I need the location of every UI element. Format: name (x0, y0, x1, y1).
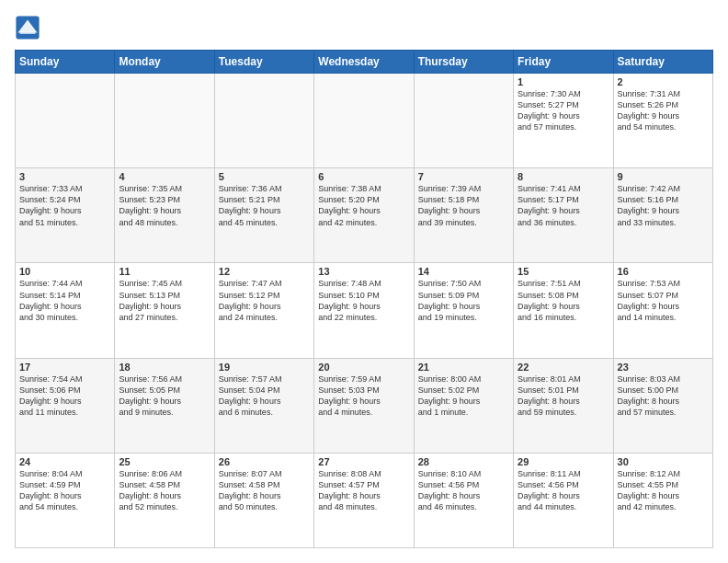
day-header-friday: Friday (514, 51, 613, 74)
day-number: 5 (219, 171, 310, 182)
day-number: 21 (418, 362, 509, 373)
day-number: 27 (318, 456, 409, 467)
day-header-tuesday: Tuesday (214, 51, 313, 74)
day-number: 12 (219, 266, 310, 277)
day-info: Sunrise: 7:57 AM Sunset: 5:04 PM Dayligh… (219, 373, 310, 419)
day-cell-26: 26Sunrise: 8:07 AM Sunset: 4:58 PM Dayli… (214, 453, 313, 547)
day-cell-7: 7Sunrise: 7:39 AM Sunset: 5:18 PM Daylig… (414, 168, 513, 263)
day-header-wednesday: Wednesday (314, 51, 414, 74)
logo-icon (15, 15, 40, 40)
day-info: Sunrise: 8:07 AM Sunset: 4:58 PM Dayligh… (219, 468, 310, 513)
day-cell-10: 10Sunrise: 7:44 AM Sunset: 5:14 PM Dayli… (16, 263, 115, 358)
day-cell-17: 17Sunrise: 7:54 AM Sunset: 5:06 PM Dayli… (16, 358, 115, 453)
week-row-3: 17Sunrise: 7:54 AM Sunset: 5:06 PM Dayli… (16, 358, 713, 453)
day-info: Sunrise: 7:56 AM Sunset: 5:05 PM Dayligh… (119, 373, 210, 419)
day-cell-8: 8Sunrise: 7:41 AM Sunset: 5:17 PM Daylig… (514, 168, 613, 263)
day-info: Sunrise: 8:10 AM Sunset: 4:56 PM Dayligh… (418, 468, 509, 513)
day-number: 11 (119, 266, 210, 277)
empty-cell (115, 74, 214, 168)
day-info: Sunrise: 7:33 AM Sunset: 5:24 PM Dayligh… (19, 183, 110, 228)
day-cell-13: 13Sunrise: 7:48 AM Sunset: 5:10 PM Dayli… (314, 263, 414, 358)
day-info: Sunrise: 8:01 AM Sunset: 5:01 PM Dayligh… (518, 373, 609, 419)
week-row-0: 1Sunrise: 7:30 AM Sunset: 5:27 PM Daylig… (16, 74, 713, 168)
day-info: Sunrise: 7:41 AM Sunset: 5:17 PM Dayligh… (518, 183, 609, 228)
empty-cell (214, 74, 313, 168)
day-cell-3: 3Sunrise: 7:33 AM Sunset: 5:24 PM Daylig… (16, 168, 115, 263)
empty-cell (414, 74, 513, 168)
svg-rect-2 (20, 31, 36, 34)
page: SundayMondayTuesdayWednesdayThursdayFrid… (0, 0, 728, 563)
day-cell-30: 30Sunrise: 8:12 AM Sunset: 4:55 PM Dayli… (613, 453, 712, 547)
day-number: 13 (318, 266, 409, 277)
day-number: 24 (19, 456, 110, 467)
calendar-table: SundayMondayTuesdayWednesdayThursdayFrid… (15, 50, 713, 548)
day-header-monday: Monday (115, 51, 214, 74)
day-info: Sunrise: 7:48 AM Sunset: 5:10 PM Dayligh… (318, 278, 409, 323)
day-info: Sunrise: 8:11 AM Sunset: 4:56 PM Dayligh… (518, 468, 609, 513)
day-cell-22: 22Sunrise: 8:01 AM Sunset: 5:01 PM Dayli… (514, 358, 613, 453)
day-cell-27: 27Sunrise: 8:08 AM Sunset: 4:57 PM Dayli… (314, 453, 414, 547)
day-number: 4 (119, 171, 210, 182)
day-number: 26 (219, 456, 310, 467)
empty-cell (314, 74, 414, 168)
day-number: 6 (318, 171, 409, 182)
day-number: 25 (119, 456, 210, 467)
day-info: Sunrise: 8:08 AM Sunset: 4:57 PM Dayligh… (318, 468, 409, 513)
day-info: Sunrise: 7:47 AM Sunset: 5:12 PM Dayligh… (219, 278, 310, 323)
day-info: Sunrise: 7:54 AM Sunset: 5:06 PM Dayligh… (19, 373, 110, 419)
day-info: Sunrise: 7:39 AM Sunset: 5:18 PM Dayligh… (418, 183, 509, 228)
day-number: 2 (618, 76, 709, 87)
day-info: Sunrise: 8:04 AM Sunset: 4:59 PM Dayligh… (19, 468, 110, 513)
day-header-thursday: Thursday (414, 51, 513, 74)
day-number: 29 (518, 456, 609, 467)
day-number: 8 (518, 171, 609, 182)
day-number: 23 (618, 362, 709, 373)
day-info: Sunrise: 7:35 AM Sunset: 5:23 PM Dayligh… (119, 183, 210, 228)
day-number: 28 (418, 456, 509, 467)
day-number: 1 (518, 76, 609, 87)
week-row-1: 3Sunrise: 7:33 AM Sunset: 5:24 PM Daylig… (16, 168, 713, 263)
day-cell-14: 14Sunrise: 7:50 AM Sunset: 5:09 PM Dayli… (414, 263, 513, 358)
day-info: Sunrise: 7:44 AM Sunset: 5:14 PM Dayligh… (19, 278, 110, 323)
day-cell-25: 25Sunrise: 8:06 AM Sunset: 4:58 PM Dayli… (115, 453, 214, 547)
day-info: Sunrise: 8:06 AM Sunset: 4:58 PM Dayligh… (119, 468, 210, 513)
day-info: Sunrise: 7:53 AM Sunset: 5:07 PM Dayligh… (618, 278, 709, 323)
day-info: Sunrise: 7:45 AM Sunset: 5:13 PM Dayligh… (119, 278, 210, 323)
day-number: 20 (318, 362, 409, 373)
day-info: Sunrise: 8:03 AM Sunset: 5:00 PM Dayligh… (618, 373, 709, 419)
day-cell-16: 16Sunrise: 7:53 AM Sunset: 5:07 PM Dayli… (613, 263, 712, 358)
day-number: 10 (19, 266, 110, 277)
day-cell-20: 20Sunrise: 7:59 AM Sunset: 5:03 PM Dayli… (314, 358, 414, 453)
day-number: 18 (119, 362, 210, 373)
day-cell-15: 15Sunrise: 7:51 AM Sunset: 5:08 PM Dayli… (514, 263, 613, 358)
day-info: Sunrise: 7:50 AM Sunset: 5:09 PM Dayligh… (418, 278, 509, 323)
day-info: Sunrise: 7:38 AM Sunset: 5:20 PM Dayligh… (318, 183, 409, 228)
day-cell-1: 1Sunrise: 7:30 AM Sunset: 5:27 PM Daylig… (514, 74, 613, 168)
day-number: 19 (219, 362, 310, 373)
day-info: Sunrise: 7:42 AM Sunset: 5:16 PM Dayligh… (618, 183, 709, 228)
day-number: 9 (618, 171, 709, 182)
day-cell-18: 18Sunrise: 7:56 AM Sunset: 5:05 PM Dayli… (115, 358, 214, 453)
week-row-2: 10Sunrise: 7:44 AM Sunset: 5:14 PM Dayli… (16, 263, 713, 358)
day-cell-19: 19Sunrise: 7:57 AM Sunset: 5:04 PM Dayli… (214, 358, 313, 453)
day-cell-12: 12Sunrise: 7:47 AM Sunset: 5:12 PM Dayli… (214, 263, 313, 358)
day-info: Sunrise: 7:36 AM Sunset: 5:21 PM Dayligh… (219, 183, 310, 228)
day-number: 7 (418, 171, 509, 182)
day-cell-6: 6Sunrise: 7:38 AM Sunset: 5:20 PM Daylig… (314, 168, 414, 263)
day-cell-24: 24Sunrise: 8:04 AM Sunset: 4:59 PM Dayli… (16, 453, 115, 547)
day-number: 17 (19, 362, 110, 373)
week-row-4: 24Sunrise: 8:04 AM Sunset: 4:59 PM Dayli… (16, 453, 713, 547)
day-cell-2: 2Sunrise: 7:31 AM Sunset: 5:26 PM Daylig… (613, 74, 712, 168)
day-header-saturday: Saturday (613, 51, 712, 74)
day-info: Sunrise: 7:31 AM Sunset: 5:26 PM Dayligh… (618, 88, 709, 133)
day-info: Sunrise: 7:51 AM Sunset: 5:08 PM Dayligh… (518, 278, 609, 323)
day-number: 14 (418, 266, 509, 277)
logo (15, 15, 44, 40)
day-cell-23: 23Sunrise: 8:03 AM Sunset: 5:00 PM Dayli… (613, 358, 712, 453)
empty-cell (16, 74, 115, 168)
day-info: Sunrise: 8:12 AM Sunset: 4:55 PM Dayligh… (618, 468, 709, 513)
day-info: Sunrise: 8:00 AM Sunset: 5:02 PM Dayligh… (418, 373, 509, 419)
day-cell-21: 21Sunrise: 8:00 AM Sunset: 5:02 PM Dayli… (414, 358, 513, 453)
day-cell-4: 4Sunrise: 7:35 AM Sunset: 5:23 PM Daylig… (115, 168, 214, 263)
day-header-sunday: Sunday (16, 51, 115, 74)
